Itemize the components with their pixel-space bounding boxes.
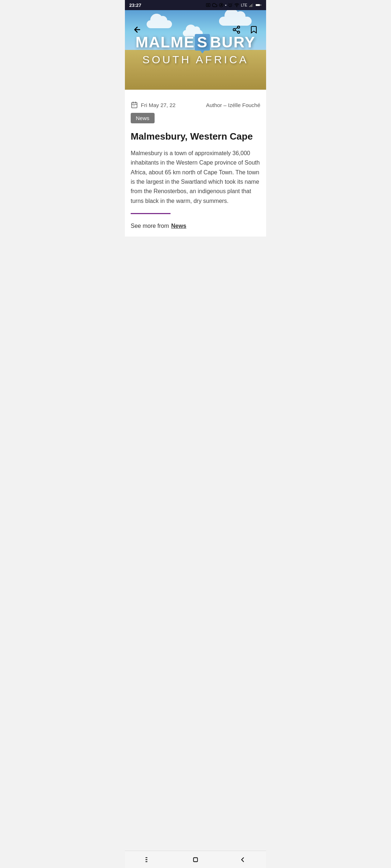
wifi-status-icon: [234, 3, 239, 8]
calendar-icon: [131, 101, 138, 109]
bookmark-button[interactable]: [247, 23, 260, 36]
author-name: Izélle Fouché: [228, 102, 260, 108]
status-icons: • LTE: [206, 3, 262, 8]
svg-line-15: [235, 28, 238, 29]
date-text: Fri May 27, 22: [141, 102, 176, 108]
signal-status-icon: [249, 3, 254, 8]
svg-rect-6: [250, 5, 251, 7]
alarm-status-icon: [228, 3, 233, 8]
meta-date: Fri May 27, 22: [131, 101, 176, 109]
content-area: Fri May 27, 22 Author – Izélle Fouché Ne…: [125, 90, 266, 237]
nav-bar: [125, 20, 266, 39]
svg-rect-7: [251, 4, 252, 7]
lte-label: LTE: [241, 3, 247, 7]
article-body: Malmesbury is a town of approximately 36…: [131, 149, 260, 206]
svg-point-1: [207, 4, 209, 6]
bottom-area: [125, 237, 266, 374]
see-more-row: See more from News: [131, 223, 260, 237]
svg-rect-0: [206, 4, 210, 7]
hero-image: MALMESBURY SOUTH AFRICA: [125, 10, 266, 90]
svg-point-4: [237, 7, 237, 7]
share-button[interactable]: [230, 23, 243, 36]
status-time: 23:27: [129, 3, 141, 8]
hero-subtitle: SOUTH AFRICA: [125, 54, 266, 66]
svg-rect-16: [132, 102, 137, 108]
see-more-link[interactable]: News: [171, 223, 186, 229]
svg-rect-8: [252, 3, 253, 7]
nav-right-actions: [230, 23, 260, 36]
accent-divider: [131, 213, 171, 214]
dot-indicator: •: [225, 3, 227, 7]
meta-row: Fri May 27, 22 Author – Izélle Fouché: [131, 95, 260, 113]
cloud-status-icon: [212, 3, 217, 8]
svg-rect-5: [249, 6, 250, 7]
see-more-prefix: See more from: [131, 223, 169, 229]
battery-status-icon: [255, 3, 262, 8]
bluetooth-status-icon: [219, 3, 224, 8]
status-bar: 23:27 • LTE: [125, 0, 266, 10]
svg-rect-21: [134, 106, 135, 106]
svg-rect-10: [256, 4, 260, 6]
svg-line-14: [235, 30, 238, 32]
article-title: Malmesbury, Western Cape: [131, 131, 260, 143]
meta-author: Author – Izélle Fouché: [206, 102, 260, 108]
svg-rect-20: [133, 106, 134, 106]
photo-status-icon: [206, 3, 211, 8]
category-badge[interactable]: News: [131, 113, 155, 123]
back-button[interactable]: [131, 23, 144, 36]
author-label: Author –: [206, 102, 227, 108]
